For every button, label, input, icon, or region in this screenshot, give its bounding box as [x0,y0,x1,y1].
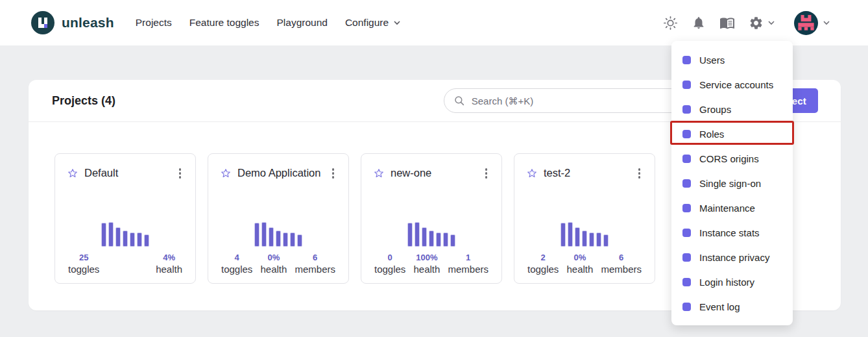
chart-bar [297,234,302,247]
chart-bar [429,231,434,247]
menu-item-instance-privacy[interactable]: Instance privacy [671,245,793,269]
menu-bullet-icon [682,81,691,89]
chart-bar [254,223,259,247]
chevron-down-icon [767,19,775,27]
search-icon [453,95,465,106]
favorite-star-icon[interactable] [526,168,538,179]
chart-bar [603,234,609,247]
chart-bar [436,232,441,247]
favorite-star-icon[interactable] [373,168,385,179]
project-menu-button[interactable] [483,166,490,181]
project-name: Demo Application [237,166,320,181]
chart-bar [137,232,142,247]
favorite-star-icon[interactable] [67,168,78,179]
nav-item-playground[interactable]: Playground [276,17,327,29]
chart-bar [144,234,149,247]
avatar [794,11,818,35]
documentation-button[interactable] [719,15,735,31]
chart-bar [276,231,281,247]
brand[interactable]: unleash [31,11,114,34]
chart-bar [407,223,413,247]
stat-toggles: 0 toggles [374,253,405,275]
project-card-test-2[interactable]: test-2 2 toggles 0% health 6 members [514,153,655,284]
chart-bar [443,232,448,247]
stat-members: 6 members [295,253,335,275]
menu-bullet-icon [682,303,691,311]
favorite-star-icon[interactable] [220,168,232,179]
menu-item-groups[interactable]: Groups [671,97,793,121]
settings-dropdown-menu: Users Service accounts Groups Roles CORS… [671,41,793,325]
menu-item-service-accounts[interactable]: Service accounts [671,72,793,97]
bell-icon [692,16,706,30]
stat-toggles: 25 toggles [68,253,99,275]
chart-bar [596,232,601,247]
chart-bar [108,222,114,247]
project-card-demo-application[interactable]: Demo Application 4 toggles 0% health 6 m… [208,153,349,284]
chart-bar [130,232,135,247]
top-navigation: unleash Projects Feature toggles Playgro… [0,0,868,45]
stat-toggles: 4 toggles [221,253,252,275]
nav-links: Projects Feature toggles Playground Conf… [136,17,401,29]
theme-toggle-button[interactable] [663,16,678,31]
nav-item-configure[interactable]: Configure [345,17,401,29]
project-activity-chart [526,221,643,247]
chevron-down-icon [823,19,830,27]
menu-item-roles[interactable]: Roles [671,121,793,146]
chart-bar [101,223,106,247]
menu-bullet-icon [682,130,691,138]
menu-bullet-icon [682,229,691,237]
stat-toggles: 2 toggles [527,253,559,275]
menu-item-users[interactable]: Users [671,47,793,72]
chart-bar [261,222,267,247]
menu-bullet-icon [682,204,691,212]
menu-bullet-icon [682,253,691,262]
chart-bar [582,231,587,247]
chart-bar [568,222,573,247]
nav-item-feature-toggles[interactable]: Feature toggles [189,17,259,29]
stat-health: 100% health [413,253,440,275]
brand-name: unleash [62,15,114,31]
menu-item-maintenance[interactable]: Maintenance [671,195,793,220]
project-activity-chart [373,221,490,247]
menu-item-single-sign-on[interactable]: Single sign-on [671,171,793,195]
stat-health: 0% health [566,253,593,275]
project-name: Default [84,166,118,181]
unleash-logo-icon [31,11,54,34]
chart-bar [415,222,420,247]
chart-bar [589,232,594,247]
chart-bar [115,227,121,247]
chevron-down-icon [393,19,401,27]
project-menu-button[interactable] [636,166,644,181]
user-menu-button[interactable] [794,11,830,35]
menu-item-event-log[interactable]: Event log [671,294,793,319]
project-name: test-2 [544,166,570,181]
sun-icon [663,16,678,31]
chart-bar [290,232,295,247]
project-card-default[interactable]: Default 25 toggles 4% health [54,153,196,284]
nav-item-projects[interactable]: Projects [136,17,172,29]
menu-item-cors-origins[interactable]: CORS origins [671,146,793,171]
stat-members: 1 members [448,253,488,275]
menu-item-login-history[interactable]: Login history [671,269,793,294]
chart-bar [575,227,580,247]
menu-bullet-icon [682,56,691,64]
notifications-button[interactable] [692,16,706,30]
project-name: new-one [391,166,431,181]
gear-icon [749,16,764,31]
settings-menu-button[interactable] [749,16,775,31]
nav-right-icons [663,11,830,35]
stat-health: 0% health [260,253,287,275]
menu-bullet-icon [682,278,691,286]
project-menu-button[interactable] [330,166,337,181]
stat-health: 4% health [156,253,182,275]
chart-bar [450,234,455,247]
project-card-new-one[interactable]: new-one 0 toggles 100% health 1 members [361,153,502,284]
menu-item-instance-stats[interactable]: Instance stats [671,220,793,245]
project-menu-button[interactable] [176,166,184,181]
book-icon [719,15,735,31]
chart-bar [561,223,566,247]
chart-bar [269,227,274,247]
page-title: Projects (4) [52,94,444,108]
stat-members: 6 members [601,253,642,275]
menu-bullet-icon [682,179,691,188]
